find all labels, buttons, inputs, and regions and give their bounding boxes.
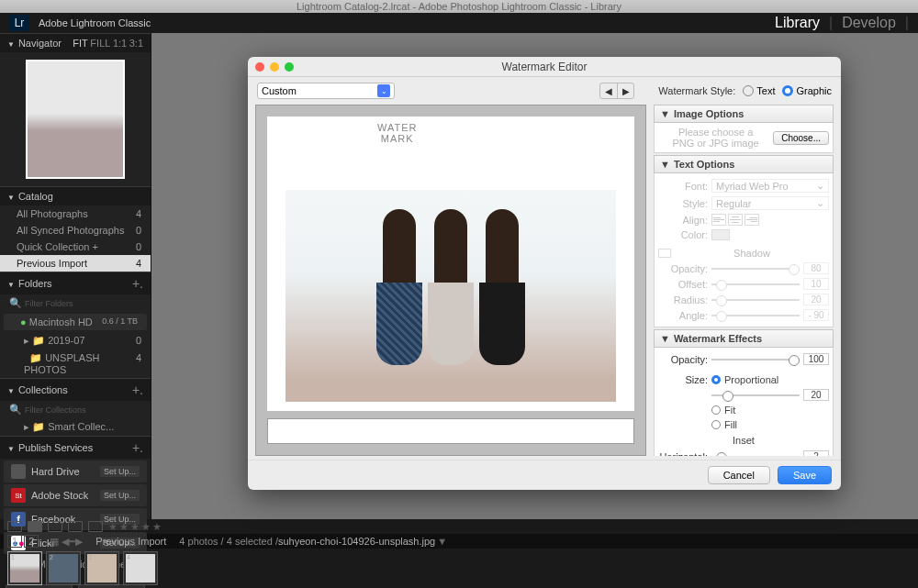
service-hard-drive[interactable]: Hard Drive Set Up... (4, 460, 147, 483)
radio-icon[interactable] (711, 420, 721, 429)
catalog-item[interactable]: All Synced Photographs0 (0, 222, 151, 239)
breadcrumb-filename: suhyeon-choi-104926-unsplash.jpg (278, 536, 435, 547)
size-fit[interactable]: Fit (724, 405, 735, 416)
folders-header[interactable]: ▼Folders +. (0, 272, 151, 294)
catalog-item-selected[interactable]: Previous Import4 (0, 255, 151, 272)
radio-icon[interactable] (711, 405, 721, 415)
catalog-header[interactable]: ▼Catalog (0, 186, 151, 205)
folder-item[interactable]: ▸ 📁 2019-070 (0, 332, 151, 349)
watermark-effects-header[interactable]: ▼ Watermark Effects (654, 329, 834, 348)
filmstrip-item[interactable] (123, 551, 158, 585)
collection-item[interactable]: ▸ 📁 Smart Collec... (0, 418, 151, 436)
nav-mode-1-1[interactable]: 1:1 (113, 38, 127, 49)
next-button[interactable]: ▶ (617, 83, 633, 98)
radio-icon (782, 85, 793, 96)
shadow-radius-slider (711, 299, 800, 301)
size-value[interactable]: 20 (803, 389, 829, 401)
setup-button[interactable]: Set Up... (100, 490, 140, 501)
chevron-down-icon: ▼ (7, 194, 15, 202)
people-view-icon[interactable] (88, 521, 103, 532)
text-radio[interactable]: Text (743, 85, 775, 96)
catalog-item[interactable]: All Photographs4 (0, 205, 151, 222)
dialog-footer: Cancel Save (248, 460, 841, 490)
navigator-header[interactable]: ▼Navigator FIT FILL 1:1 3:1 (0, 33, 151, 52)
breadcrumb-source[interactable]: Previous Import (95, 536, 166, 547)
module-divider: | (905, 15, 909, 31)
image-options-body: Please choose a PNG or JPG image Choose.… (654, 123, 834, 153)
dialog-toolbar: Custom ⌄ ◀ ▶ Watermark Style: Text Graph… (248, 77, 841, 105)
volume-row[interactable]: ● Macintosh HD 0.6 / 1 TB (4, 314, 147, 330)
image-options-header[interactable]: ▼ Image Options (654, 105, 834, 123)
size-proportional[interactable]: Proportional (724, 374, 778, 385)
preset-select[interactable]: Custom ⌄ (257, 83, 395, 99)
compare-view-icon[interactable] (48, 521, 62, 532)
font-style-select: Regular⌄ (711, 196, 829, 210)
radio-icon[interactable] (711, 375, 721, 384)
close-icon[interactable] (255, 62, 264, 72)
app-name: Adobe Lightroom Classic (39, 17, 151, 28)
dialog-titlebar[interactable]: Watermark Editor (248, 57, 841, 77)
align-buttons (711, 214, 759, 226)
dialog-title: Watermark Editor (248, 61, 841, 73)
size-slider[interactable]: .slider-track:not(.dim):not(.full):not(.… (711, 394, 800, 396)
horizontal-inset-slider[interactable] (711, 456, 800, 457)
chevron-down-icon: ▼ (660, 159, 670, 170)
choose-image-button[interactable]: Choose... (773, 131, 829, 145)
grid-view-icon[interactable] (7, 521, 22, 532)
align-left-icon (711, 214, 726, 226)
publish-header[interactable]: ▼Publish Services +. (0, 436, 151, 459)
save-button[interactable]: Save (778, 466, 832, 484)
text-options-header[interactable]: ▼ Text Options (654, 155, 834, 173)
add-collection-icon[interactable]: +. (132, 383, 143, 397)
size-fill[interactable]: Fill (724, 419, 737, 430)
filmstrip (0, 549, 918, 588)
chevron-down-icon[interactable]: ▼ (437, 536, 447, 547)
filmstrip-item[interactable] (46, 551, 81, 585)
select-arrow-icon: ⌄ (377, 84, 390, 97)
add-folder-icon[interactable]: +. (132, 276, 143, 291)
module-library[interactable]: Library (766, 15, 829, 31)
watermark-editor-dialog: Watermark Editor Custom ⌄ ◀ ▶ Watermark … (248, 57, 841, 490)
add-service-icon[interactable]: +. (132, 440, 143, 455)
maximize-icon[interactable] (285, 62, 294, 72)
window-title: Lightroom Catalog-2.lrcat - Adobe Photos… (297, 1, 621, 12)
nav-mode-fill[interactable]: FILL (90, 38, 110, 49)
module-develop[interactable]: Develop (833, 15, 905, 31)
window-titlebar: Lightroom Catalog-2.lrcat - Adobe Photos… (0, 0, 918, 13)
prev-button[interactable]: ◀ (600, 83, 617, 98)
preview-photo (285, 190, 616, 402)
preview-panel: WATER MARK (255, 105, 646, 456)
nav-mode-fit[interactable]: FIT (73, 38, 88, 49)
shadow-offset-slider (711, 283, 800, 285)
cancel-button[interactable]: Cancel (708, 466, 770, 484)
collection-filter[interactable]: 🔍 Filter Collections (0, 401, 151, 418)
effects-opacity-slider[interactable] (711, 359, 800, 361)
setup-button[interactable]: Set Up... (100, 466, 140, 477)
font-select: Myriad Web Pro⌄ (711, 179, 829, 193)
survey-view-icon[interactable] (68, 521, 83, 532)
hard-drive-icon (11, 464, 26, 479)
horizontal-inset-value[interactable]: 2 (803, 450, 829, 456)
folder-item[interactable]: 📁 UNSPLASH PHOTOS4 (0, 349, 151, 378)
navigator-thumbnail[interactable] (26, 60, 125, 179)
page-1[interactable]: 1 (7, 535, 22, 548)
loupe-view-icon[interactable] (28, 521, 42, 532)
caption-input[interactable] (267, 418, 634, 444)
preview-canvas: WATER MARK (267, 116, 634, 411)
shadow-checkbox (658, 249, 671, 258)
minimize-icon[interactable] (270, 62, 279, 72)
filmstrip-item[interactable] (7, 551, 42, 585)
graphic-radio[interactable]: Graphic (782, 85, 832, 96)
grid-size-icon[interactable]: ▦ ◀━▶ (50, 536, 83, 548)
effects-opacity-value[interactable]: 100 (803, 353, 829, 365)
catalog-item[interactable]: Quick Collection +0 (0, 239, 151, 255)
text-options-body: Font: Myriad Web Pro⌄ Style: Regular⌄ Al… (654, 173, 834, 327)
service-adobe-stock[interactable]: St Adobe Stock Set Up... (4, 484, 147, 506)
nav-mode-3-1[interactable]: 3:1 (129, 38, 143, 49)
filmstrip-item[interactable] (84, 551, 119, 585)
star-rating[interactable]: ★★★★★ (108, 521, 163, 533)
folder-filter[interactable]: 🔍 Filter Folders (0, 294, 151, 312)
page-2[interactable]: 2 (24, 535, 39, 548)
filmstrip-breadcrumb: 1 2 ▦ ◀━▶ Previous Import 4 photos / 4 s… (0, 534, 918, 549)
collections-header[interactable]: ▼Collections +. (0, 378, 151, 401)
